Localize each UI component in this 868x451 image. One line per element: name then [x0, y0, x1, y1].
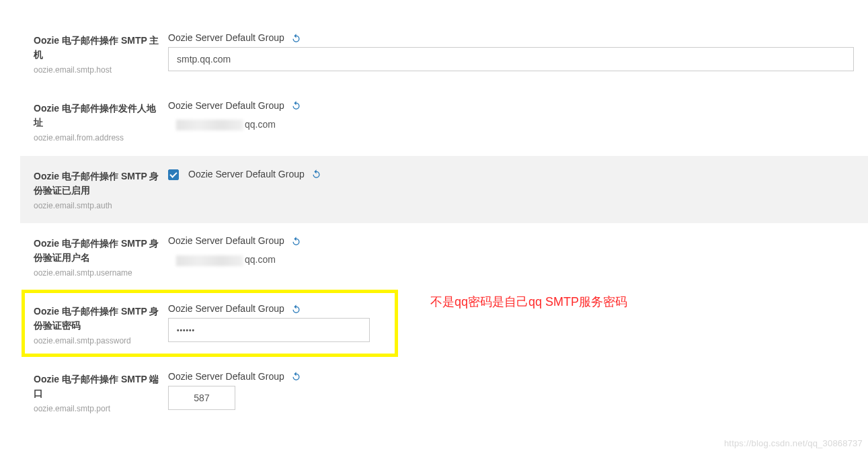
field-title: Oozie 电子邮件操作发件人地址	[34, 101, 161, 130]
group-line: Oozie Server Default Group	[168, 235, 868, 246]
row-smtp-host: Oozie 电子邮件操作 SMTP 主机 oozie.email.smtp.ho…	[34, 20, 868, 88]
value-col: Oozie Server Default Group	[168, 371, 868, 410]
group-name: Oozie Server Default Group	[188, 169, 305, 179]
group-name: Oozie Server Default Group	[168, 303, 284, 314]
redacted-segment	[176, 255, 243, 266]
field-key: oozie.email.smtp.auth	[34, 200, 161, 212]
field-title: Oozie 电子邮件操作 SMTP 身份验证密码	[34, 304, 161, 333]
label-col: Oozie 电子邮件操作 SMTP 身份验证密码 oozie.email.smt…	[34, 303, 168, 347]
value-col: Oozie Server Default Group	[168, 168, 868, 184]
field-key: oozie.email.smtp.password	[34, 335, 161, 347]
from-address-value[interactable]: qq.com	[168, 115, 868, 130]
revert-icon[interactable]	[291, 236, 301, 246]
field-key: oozie.email.smtp.port	[34, 403, 161, 415]
row-from-address: Oozie 电子邮件操作发件人地址 oozie.email.from.addre…	[34, 88, 868, 156]
redacted-segment	[176, 120, 243, 130]
field-title: Oozie 电子邮件操作 SMTP 身份验证用户名	[34, 237, 161, 265]
revert-icon[interactable]	[311, 169, 321, 179]
row-smtp-username: Oozie 电子邮件操作 SMTP 身份验证用户名 oozie.email.sm…	[34, 223, 868, 291]
group-name: Oozie Server Default Group	[168, 32, 284, 43]
value-col: Oozie Server Default Group qq.com	[168, 100, 868, 130]
revert-icon[interactable]	[291, 100, 301, 110]
watermark: https://blog.csdn.net/qq_30868737	[724, 438, 863, 440]
field-key: oozie.email.from.address	[34, 132, 161, 144]
group-name: Oozie Server Default Group	[168, 371, 284, 382]
field-title: Oozie 电子邮件操作 SMTP 主机	[34, 34, 161, 62]
value-col: Oozie Server Default Group qq.com	[168, 235, 868, 265]
smtp-username-value[interactable]: qq.com	[168, 250, 868, 265]
group-line: Oozie Server Default Group	[168, 100, 868, 111]
label-col: Oozie 电子邮件操作 SMTP 身份验证用户名 oozie.email.sm…	[34, 235, 168, 279]
from-address-suffix: qq.com	[245, 119, 276, 130]
field-key: oozie.email.smtp.host	[34, 65, 161, 76]
row-smtp-auth: Oozie 电子邮件操作 SMTP 身份验证已启用 oozie.email.sm…	[20, 156, 868, 224]
field-key: oozie.email.smtp.username	[34, 268, 161, 279]
label-col: Oozie 电子邮件操作 SMTP 身份验证已启用 oozie.email.sm…	[34, 168, 168, 212]
smtp-host-input[interactable]	[168, 47, 854, 71]
revert-icon[interactable]	[291, 371, 301, 381]
config-form: Oozie 电子邮件操作 SMTP 主机 oozie.email.smtp.ho…	[0, 0, 868, 440]
label-col: Oozie 电子邮件操作发件人地址 oozie.email.from.addre…	[34, 100, 168, 144]
field-title: Oozie 电子邮件操作 SMTP 端口	[34, 372, 161, 401]
label-col: Oozie 电子邮件操作 SMTP 端口 oozie.email.smtp.po…	[34, 371, 168, 415]
revert-icon[interactable]	[291, 304, 301, 314]
smtp-password-input[interactable]: ••••••	[168, 318, 370, 342]
value-col: Oozie Server Default Group	[168, 32, 868, 71]
smtp-username-suffix: qq.com	[245, 254, 276, 265]
label-col: Oozie 电子邮件操作 SMTP 主机 oozie.email.smtp.ho…	[34, 32, 168, 76]
group-name: Oozie Server Default Group	[168, 100, 284, 111]
group-name: Oozie Server Default Group	[168, 235, 284, 246]
group-line: Oozie Server Default Group	[168, 168, 868, 180]
smtp-auth-checkbox[interactable]	[168, 169, 179, 180]
group-line: Oozie Server Default Group	[168, 32, 868, 43]
smtp-port-input[interactable]	[168, 386, 235, 410]
revert-icon[interactable]	[291, 33, 301, 43]
row-smtp-password: 不是qq密码是自己qq SMTP服务密码 Oozie 电子邮件操作 SMTP 身…	[34, 291, 868, 359]
field-title: Oozie 电子邮件操作 SMTP 身份验证已启用	[34, 169, 161, 198]
row-smtp-port: Oozie 电子邮件操作 SMTP 端口 oozie.email.smtp.po…	[34, 359, 868, 427]
annotation-text: 不是qq密码是自己qq SMTP服务密码	[430, 294, 627, 310]
group-line: Oozie Server Default Group	[168, 371, 868, 382]
